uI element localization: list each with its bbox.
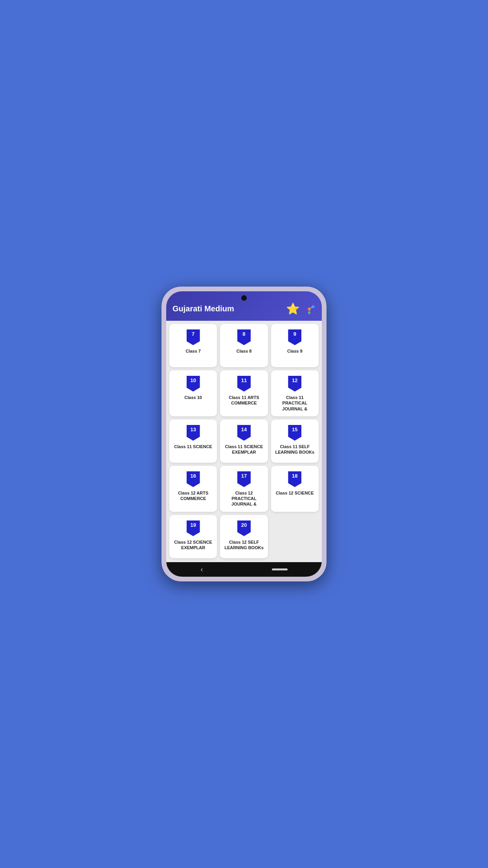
- screen: Gujarati Medium ⭐ 7Class 78Class 89: [166, 291, 322, 577]
- card-item-19[interactable]: 19Class 12 SCIENCE EXEMPLAR: [169, 515, 217, 558]
- card-badge-18: 18: [288, 471, 301, 487]
- card-label-17: Class 12 PRACTICAL JOURNAL &: [223, 490, 264, 507]
- card-label-15: Class 11 SELF LEARNING BOOKs: [274, 444, 316, 455]
- card-badge-16: 16: [187, 471, 200, 487]
- card-badge-14: 14: [237, 425, 251, 441]
- card-item-11[interactable]: 11Class 11 ARTS COMMERCE: [220, 370, 268, 416]
- card-label-20: Class 12 SELF LEARNING BOOKs: [223, 539, 264, 551]
- card-label-19: Class 12 SCIENCE EXEMPLAR: [172, 539, 214, 551]
- card-label-16: Class 12 ARTS COMMERCE: [172, 490, 214, 502]
- card-item-18[interactable]: 18Class 12 SCIENCE: [271, 466, 319, 512]
- card-label-13: Class 11 SCIENCE: [174, 444, 212, 449]
- app-title: Gujarati Medium: [172, 304, 234, 313]
- star-icon[interactable]: ⭐: [286, 302, 300, 315]
- card-item-17[interactable]: 17Class 12 PRACTICAL JOURNAL &: [220, 466, 268, 512]
- home-button[interactable]: [272, 568, 288, 570]
- card-label-12: Class 11 PRACTICAL JOURNAL &: [274, 395, 316, 412]
- content-area: 7Class 78Class 89Class 910Class 1011Clas…: [166, 321, 322, 562]
- card-badge-9: 9: [288, 329, 301, 345]
- bottom-nav: ‹: [166, 562, 322, 577]
- card-item-14[interactable]: 14Class 11 SCIENCE EXEMPLAR: [220, 419, 268, 463]
- card-item-15[interactable]: 15Class 11 SELF LEARNING BOOKs: [271, 419, 319, 463]
- card-badge-13: 13: [187, 425, 200, 441]
- cards-grid: 7Class 78Class 89Class 910Class 1011Clas…: [169, 324, 319, 558]
- card-badge-17: 17: [237, 471, 251, 487]
- card-item-20[interactable]: 20Class 12 SELF LEARNING BOOKs: [220, 515, 268, 558]
- card-label-18: Class 12 SCIENCE: [276, 490, 314, 496]
- card-item-16[interactable]: 16Class 12 ARTS COMMERCE: [169, 466, 217, 512]
- card-badge-10: 10: [187, 376, 200, 392]
- camera-notch: [241, 295, 247, 301]
- card-item-9[interactable]: 9Class 9: [271, 324, 319, 367]
- header-icons: ⭐: [286, 302, 316, 315]
- card-label-14: Class 11 SCIENCE EXEMPLAR: [223, 444, 264, 455]
- atom-icon[interactable]: [303, 303, 316, 315]
- card-item-8[interactable]: 8Class 8: [220, 324, 268, 367]
- phone-frame: Gujarati Medium ⭐ 7Class 78Class 89: [161, 287, 327, 581]
- card-badge-19: 19: [187, 520, 200, 536]
- card-label-11: Class 11 ARTS COMMERCE: [223, 395, 264, 406]
- card-badge-15: 15: [288, 425, 301, 441]
- card-badge-11: 11: [237, 376, 251, 392]
- card-label-9: Class 9: [287, 348, 303, 354]
- back-button[interactable]: ‹: [201, 565, 203, 574]
- card-label-10: Class 10: [184, 395, 202, 400]
- card-item-12[interactable]: 12Class 11 PRACTICAL JOURNAL &: [271, 370, 319, 416]
- card-badge-7: 7: [187, 329, 200, 345]
- card-badge-12: 12: [288, 376, 301, 392]
- card-item-7[interactable]: 7Class 7: [169, 324, 217, 367]
- card-item-10[interactable]: 10Class 10: [169, 370, 217, 416]
- card-label-8: Class 8: [237, 348, 252, 354]
- phone-inner: Gujarati Medium ⭐ 7Class 78Class 89: [166, 291, 322, 577]
- card-item-13[interactable]: 13Class 11 SCIENCE: [169, 419, 217, 463]
- card-badge-20: 20: [237, 520, 251, 536]
- card-badge-8: 8: [237, 329, 251, 345]
- card-label-7: Class 7: [185, 348, 201, 354]
